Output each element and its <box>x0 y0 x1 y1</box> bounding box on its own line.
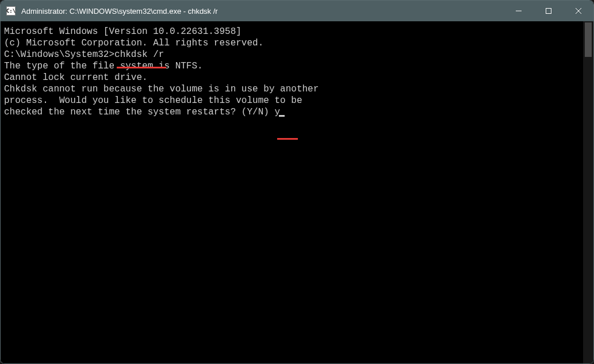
output-line: checked the next time the system restart… <box>4 106 580 118</box>
output-line: process. Would you like to schedule this… <box>4 95 580 106</box>
output-line: (c) Microsoft Corporation. All rights re… <box>4 37 580 49</box>
annotation-underline-command <box>117 67 166 68</box>
text-cursor <box>279 115 285 117</box>
minimize-icon <box>515 7 522 14</box>
close-button[interactable] <box>564 1 593 21</box>
prompt-line: C:\Windows\System32>chkdsk /r <box>4 49 580 60</box>
svg-rect-1 <box>546 9 551 14</box>
prompt-command: chkdsk /r <box>114 49 164 60</box>
scrollbar-thumb[interactable] <box>585 22 592 57</box>
vertical-scrollbar[interactable] <box>583 21 593 363</box>
terminal-area[interactable]: Microsoft Windows [Version 10.0.22631.39… <box>1 21 593 363</box>
prompt-path: C:\Windows\System32> <box>4 49 114 60</box>
maximize-icon <box>545 7 552 14</box>
window-controls <box>504 1 593 21</box>
close-icon <box>575 7 582 14</box>
annotation-underline-input <box>277 138 298 140</box>
cmd-window: C:\ Administrator: C:\WINDOWS\system32\c… <box>0 0 594 364</box>
titlebar[interactable]: C:\ Administrator: C:\WINDOWS\system32\c… <box>1 1 593 21</box>
output-line: Chkdsk cannot run because the volume is … <box>4 83 580 95</box>
output-line: Cannot lock current drive. <box>4 72 580 83</box>
minimize-button[interactable] <box>504 1 534 21</box>
prompt-question: checked the next time the system restart… <box>4 107 274 117</box>
window-title: Administrator: C:\WINDOWS\system32\cmd.e… <box>21 7 504 16</box>
cmd-app-icon: C:\ <box>6 6 16 16</box>
output-line: The type of the file system is NTFS. <box>4 60 580 72</box>
maximize-button[interactable] <box>534 1 564 21</box>
terminal-content[interactable]: Microsoft Windows [Version 10.0.22631.39… <box>1 21 583 363</box>
output-line: Microsoft Windows [Version 10.0.22631.39… <box>4 26 580 37</box>
